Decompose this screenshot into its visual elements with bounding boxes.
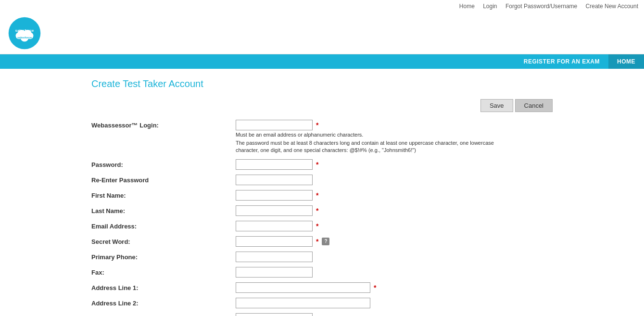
email-address-required: * (316, 222, 318, 230)
last-name-required: * (316, 207, 318, 215)
create-account-form: Webassessor™ Login: * Must be an email a… (91, 120, 553, 316)
last-name-label: Last Name: (91, 205, 236, 215)
primary-phone-field (236, 252, 553, 262)
address-line1-row: Address Line 1: * (91, 282, 553, 293)
webassessor-login-label: Webassessor™ Login: (91, 120, 236, 129)
password-input-row: * (236, 159, 553, 170)
fax-row: Fax: (91, 267, 553, 278)
webassessor-login-field: * Must be an email address or alphanumer… (236, 120, 553, 154)
first-name-field: * (236, 190, 553, 201)
top-nav: Home Login Forgot Password/Username Crea… (0, 0, 644, 13)
webassessor-login-required: * (316, 121, 318, 129)
address-line1-label: Address Line 1: (91, 282, 236, 291)
password-label: Password: (91, 159, 236, 168)
email-address-row: Email Address: * (91, 221, 553, 231)
secret-word-label: Secret Word: (91, 236, 236, 245)
address-line2-label: Address Line 2: (91, 298, 236, 307)
svg-text:salesforce: salesforce (17, 36, 32, 39)
primary-phone-row: Primary Phone: (91, 252, 553, 262)
salesforce-logo: salesforce salesforce (8, 16, 41, 50)
email-address-field: * (236, 221, 553, 231)
address-line1-input-row: * (236, 282, 553, 293)
address-line1-field: * (236, 282, 553, 293)
blue-nav-home[interactable]: HOME (608, 54, 644, 69)
address-line2-input[interactable] (236, 298, 370, 308)
email-address-input-row: * (236, 221, 553, 231)
first-name-required: * (316, 191, 318, 199)
reenter-password-input[interactable] (236, 175, 313, 185)
blue-nav-bar: REGISTER FOR AN EXAM HOME (0, 54, 644, 69)
email-address-input[interactable] (236, 221, 313, 231)
top-nav-home[interactable]: Home (459, 3, 475, 10)
last-name-input[interactable] (236, 205, 313, 216)
cancel-button[interactable]: Cancel (515, 99, 553, 112)
last-name-input-row: * (236, 205, 553, 216)
primary-phone-input[interactable] (236, 252, 313, 262)
last-name-row: Last Name: * (91, 205, 553, 216)
save-button[interactable]: Save (480, 99, 513, 112)
fax-label: Fax: (91, 267, 236, 276)
top-nav-forgot[interactable]: Forgot Password/Username (505, 3, 577, 10)
webassessor-login-row: Webassessor™ Login: * Must be an email a… (91, 120, 553, 154)
city-row: City: * (91, 313, 553, 316)
password-required: * (316, 161, 318, 168)
address-line1-input[interactable] (236, 282, 370, 293)
secret-word-required: * (316, 238, 318, 245)
webassessor-login-hint: Must be an email address or alphanumeric… (236, 132, 553, 138)
password-field: * (236, 159, 553, 170)
secret-word-row: Secret Word: * ? (91, 236, 553, 247)
email-address-label: Email Address: (91, 221, 236, 230)
secret-word-field: * ? (236, 236, 553, 247)
reenter-password-label: Re-Enter Password (91, 175, 236, 184)
last-name-field: * (236, 205, 553, 216)
address-line2-row: Address Line 2: (91, 298, 553, 308)
address-line2-field (236, 298, 553, 308)
city-label: City: (91, 313, 236, 316)
secret-word-input-row: * ? (236, 236, 553, 247)
city-field: * (236, 313, 553, 316)
blue-nav-register[interactable]: REGISTER FOR AN EXAM (515, 54, 608, 69)
secret-word-help-icon[interactable]: ? (322, 238, 329, 245)
first-name-input[interactable] (236, 190, 313, 201)
city-input[interactable] (236, 313, 313, 316)
reenter-password-row: Re-Enter Password (91, 175, 553, 185)
address-line1-required: * (374, 284, 376, 291)
page-content: Create Test Taker Account Save Cancel We… (0, 69, 644, 316)
page-title: Create Test Taker Account (91, 78, 553, 89)
first-name-input-row: * (236, 190, 553, 201)
password-row: Password: * (91, 159, 553, 170)
form-buttons: Save Cancel (91, 99, 553, 112)
webassessor-login-input[interactable] (236, 120, 313, 130)
webassessor-login-input-row: * (236, 120, 553, 130)
fax-input[interactable] (236, 267, 313, 278)
fax-field (236, 267, 553, 278)
first-name-label: First Name: (91, 190, 236, 199)
password-input[interactable] (236, 159, 313, 170)
secret-word-input[interactable] (236, 236, 313, 247)
top-nav-login[interactable]: Login (483, 3, 497, 10)
top-nav-create-account[interactable]: Create New Account (586, 3, 638, 10)
first-name-row: First Name: * (91, 190, 553, 201)
password-hint-text: The password must be at least 8 characte… (236, 139, 500, 154)
city-input-row: * (236, 313, 553, 316)
reenter-password-field (236, 175, 553, 185)
header: salesforce salesforce (0, 13, 644, 54)
primary-phone-label: Primary Phone: (91, 252, 236, 261)
